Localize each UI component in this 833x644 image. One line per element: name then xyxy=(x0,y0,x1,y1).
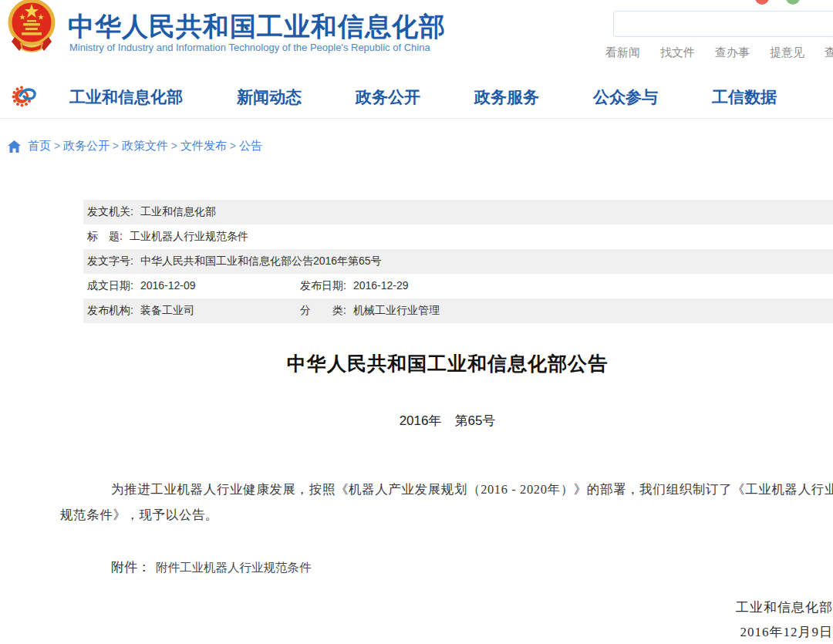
breadcrumb: 首页 > 政务公开 > 政策文件 > 文件发布 > 公告 xyxy=(8,139,262,153)
document-paragraph: 为推进工业机器人行业健康发展，按照《机器人产业发展规划（2016 - 2020年… xyxy=(60,477,833,528)
quick-links: 看新闻找文件查办事提意见查数据 xyxy=(605,46,833,60)
meta-label: 成文日期: xyxy=(87,279,133,293)
quick-link-4[interactable]: 提意见 xyxy=(770,46,804,60)
breadcrumb-separator: > xyxy=(51,140,63,152)
top-green-circle-button[interactable] xyxy=(786,0,800,5)
meta-label: 发文字号: xyxy=(87,255,133,268)
nav-item-3[interactable]: 政务公开 xyxy=(356,86,420,108)
signature-agency: 工业和信息化部 xyxy=(0,595,833,620)
meta-cell: 发文字号:中华人民共和国工业和信息化部公告2016年第65号 xyxy=(87,255,382,268)
breadcrumb-item-2[interactable]: 政务公开 xyxy=(63,139,110,152)
meta-cell: 成文日期:2016-12-09 xyxy=(87,279,300,293)
quick-link-5[interactable]: 查数据 xyxy=(825,46,833,60)
meta-cell: 发布机构:装备工业司 xyxy=(87,304,300,318)
home-icon[interactable] xyxy=(8,140,21,153)
signature-date: 2016年12月9日 xyxy=(0,620,833,644)
meta-cell: 标 题:工业机器人行业规范条件 xyxy=(87,230,248,244)
breadcrumb-separator: > xyxy=(110,140,122,152)
page: 中华人民共和国工业和信息化部 Ministry of Industry and … xyxy=(0,0,833,644)
breadcrumb-item-1[interactable]: 首页 xyxy=(28,139,51,152)
meta-label: 发文机关: xyxy=(87,205,133,219)
quick-link-2[interactable]: 找文件 xyxy=(660,46,695,60)
document-meta-table: 发文机关:工业和信息化部标 题:工业机器人行业规范条件发文字号:中华人民共和国工… xyxy=(83,200,833,323)
meta-label: 标 题: xyxy=(87,230,123,244)
meta-value: 2016-12-29 xyxy=(353,279,409,293)
top-red-circle-button[interactable] xyxy=(755,0,769,5)
national-emblem-icon xyxy=(6,0,57,57)
breadcrumb-separator: > xyxy=(168,140,180,152)
meta-value: 2016-12-09 xyxy=(140,279,196,293)
site-title: 中华人民共和国工业和信息化部 xyxy=(68,9,446,45)
attachment-label: 附件： xyxy=(111,560,150,575)
meta-label: 发布日期: xyxy=(300,279,346,293)
breadcrumb-item-5[interactable]: 公告 xyxy=(239,139,262,152)
attachment-line: 附件：附件工业机器人行业规范条件 xyxy=(111,558,312,576)
search-input[interactable] xyxy=(614,12,833,36)
breadcrumb-items: 首页 > 政务公开 > 政策文件 > 文件发布 > 公告 xyxy=(28,139,262,153)
meta-cell: 分 类:机械工业行业管理 xyxy=(300,304,440,318)
search-box xyxy=(613,11,833,37)
breadcrumb-item-4[interactable]: 文件发布 xyxy=(180,139,227,152)
meta-value: 中华人民共和国工业和信息化部公告2016年第65号 xyxy=(140,255,382,268)
meta-cell: 发布日期:2016-12-29 xyxy=(300,279,409,293)
meta-row-1: 发文机关:工业和信息化部 xyxy=(83,200,833,224)
nav-item-6[interactable]: 工信数据 xyxy=(712,86,777,108)
meta-value: 机械工业行业管理 xyxy=(353,304,440,318)
meta-cell: 发文机关:工业和信息化部 xyxy=(87,205,216,219)
breadcrumb-item-3[interactable]: 政策文件 xyxy=(122,139,168,152)
nav-items: 工业和信息化部新闻动态政务公开政务服务公众参与工信数据 xyxy=(69,86,777,108)
nav-item-1[interactable]: 工业和信息化部 xyxy=(69,86,183,108)
meta-label: 分 类: xyxy=(300,304,346,318)
breadcrumb-separator: > xyxy=(227,140,239,152)
document-title: 中华人民共和国工业和信息化部公告 xyxy=(62,351,833,376)
meta-value: 工业和信息化部 xyxy=(140,205,216,219)
meta-row-2: 标 题:工业机器人行业规范条件 xyxy=(83,224,833,249)
quick-link-1[interactable]: 看新闻 xyxy=(605,46,640,60)
nav-item-5[interactable]: 公众参与 xyxy=(593,86,658,108)
meta-row-3: 发文字号:中华人民共和国工业和信息化部公告2016年第65号 xyxy=(83,249,833,274)
nav-item-2[interactable]: 新闻动态 xyxy=(237,86,302,108)
meta-label: 发布机构: xyxy=(87,304,133,318)
meta-value: 工业机器人行业规范条件 xyxy=(130,230,248,244)
site-subtitle: Ministry of Industry and Information Tec… xyxy=(69,42,430,53)
document-signature-block: 工业和信息化部 2016年12月9日 xyxy=(0,595,833,644)
document-issue-number: 2016年 第65号 xyxy=(62,412,833,430)
meta-row-5: 发布机构:装备工业司分 类:机械工业行业管理 xyxy=(83,298,833,323)
miit-logo-icon xyxy=(11,80,39,113)
meta-row-4: 成文日期:2016-12-09发布日期:2016-12-29 xyxy=(83,274,833,298)
meta-value: 装备工业司 xyxy=(140,304,194,318)
attachment-link[interactable]: 附件工业机器人行业规范条件 xyxy=(156,561,312,574)
nav-item-4[interactable]: 政务服务 xyxy=(474,86,539,108)
quick-link-3[interactable]: 查办事 xyxy=(715,46,750,60)
